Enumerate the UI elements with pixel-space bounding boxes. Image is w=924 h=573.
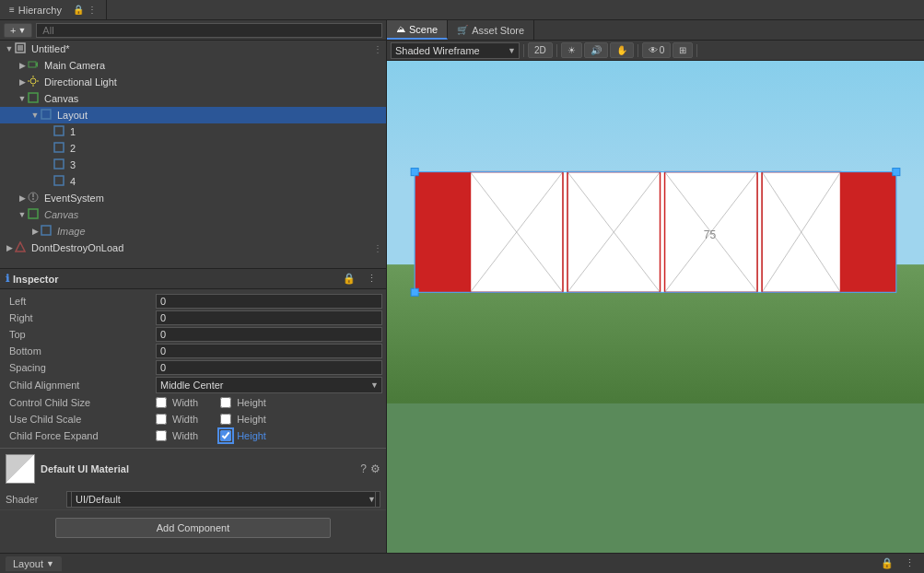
tree-item-icon <box>28 76 42 88</box>
gameobj-icon <box>53 142 64 153</box>
control-child-size-width-checkbox[interactable] <box>156 397 167 408</box>
hierarchy-dots-icon[interactable]: ⋮ <box>88 5 97 15</box>
bottom-bar: Layout ▼ 🔒 ⋮ <box>0 553 924 573</box>
tree-item-eventsystem[interactable]: ▶EventSystem <box>0 190 386 206</box>
bottom-menu-button[interactable]: ⋮ <box>901 555 918 571</box>
scene-tab-icon: ⛰ <box>396 24 405 34</box>
material-help-button[interactable]: ? <box>360 462 367 475</box>
tab-scene[interactable]: ⛰ Scene <box>387 20 448 40</box>
material-section: Default UI Material ? ⚙ <box>0 448 386 489</box>
dropdown-arrow-icon: ▼ <box>18 26 26 35</box>
use-child-scale-height-label: Height <box>237 414 266 425</box>
inspector-title-label: Inspector <box>13 274 59 285</box>
sun-icon: ☀ <box>567 45 576 55</box>
camera-icon <box>28 59 39 70</box>
left-input[interactable] <box>156 294 382 309</box>
gameobj-icon <box>53 158 64 170</box>
tab-hierarchy[interactable]: ≡ Hierarchy 🔒 ⋮ <box>0 0 107 19</box>
bottom-lock-button[interactable]: 🔒 <box>877 555 897 571</box>
tree-item-untitled[interactable]: ▼Untitled*⋮ <box>0 41 386 57</box>
material-settings-button[interactable]: ⚙ <box>370 462 380 475</box>
control-child-size-width-label: Width <box>172 397 198 408</box>
tree-expand-icon[interactable]: ▶ <box>17 77 28 87</box>
scene-audio-button[interactable]: 🔊 <box>584 42 608 58</box>
tree-item-label: Untitled* <box>31 43 70 54</box>
bottom-input[interactable] <box>156 344 382 358</box>
tree-item-obj1[interactable]: 1 <box>0 123 386 140</box>
tree-item-obj3[interactable]: 3 <box>0 157 386 173</box>
tree-expand-icon[interactable]: ▶ <box>4 243 15 252</box>
right-input[interactable] <box>156 310 382 325</box>
tree-item-canvas2[interactable]: ▼Canvas <box>0 206 386 223</box>
top-tabs-bar: ≡ Hierarchy 🔒 ⋮ <box>0 0 924 20</box>
scene-light-button[interactable]: ☀ <box>561 42 582 58</box>
bottom-row: Bottom <box>0 343 386 359</box>
child-force-expand-checkboxes: Width Height <box>156 430 382 441</box>
tree-item-label: Main Camera <box>44 60 105 71</box>
tree-item-menu-icon[interactable]: ⋮ <box>373 44 382 54</box>
material-info: Default UI Material <box>41 463 355 474</box>
hierarchy-add-button[interactable]: + ▼ <box>4 23 32 38</box>
tree-item-dontdestroy[interactable]: ▶DontDestroyOnLoad⋮ <box>0 240 386 256</box>
child-alignment-select[interactable]: Middle Center Upper Left Upper Center Up… <box>156 377 382 393</box>
tree-item-obj2[interactable]: 2 <box>0 140 386 157</box>
right-label: Right <box>4 312 156 323</box>
add-component-button[interactable]: Add Component <box>55 518 331 538</box>
tree-expand-icon[interactable]: ▼ <box>17 210 28 219</box>
shading-mode-wrapper: Shaded Wireframe Shaded Wireframe ▼ <box>391 42 520 59</box>
scene-2d-button[interactable]: 2D <box>528 42 553 58</box>
control-child-size-checkbox-group: Width Height <box>156 397 382 408</box>
child-force-expand-width-checkbox[interactable] <box>156 430 167 441</box>
shader-select[interactable]: UI/Default <box>71 491 376 508</box>
tree-item-obj4[interactable]: 4 <box>0 173 386 190</box>
tree-expand-icon[interactable]: ▼ <box>17 94 28 103</box>
shading-mode-select[interactable]: Shaded Wireframe Shaded Wireframe <box>391 42 520 59</box>
inspector-lock-button[interactable]: 🔒 <box>339 271 359 286</box>
tree-item-menu-icon[interactable]: ⋮ <box>373 243 382 253</box>
inspector-menu-button[interactable]: ⋮ <box>363 271 380 286</box>
left-panel: + ▼ ▼Untitled*⋮▶Main Camera▶Directional … <box>0 20 387 553</box>
right-value <box>156 310 382 325</box>
child-force-expand-height-checkbox[interactable] <box>220 430 231 441</box>
spacing-input[interactable] <box>156 360 382 375</box>
canvas-icon <box>28 208 39 219</box>
tree-item-layout[interactable]: ▼Layout <box>0 107 386 123</box>
hierarchy-tree: ▼Untitled*⋮▶Main Camera▶Directional Ligh… <box>0 41 386 268</box>
top-value <box>156 327 382 342</box>
hierarchy-lock-icon[interactable]: 🔒 <box>73 5 84 15</box>
hierarchy-search-input[interactable] <box>36 23 382 38</box>
use-child-scale-width-checkbox[interactable] <box>156 414 167 425</box>
audio-icon: 🔊 <box>591 45 602 55</box>
bottom-layout-tab[interactable]: Layout ▼ <box>6 556 62 571</box>
tab-asset-store[interactable]: 🛒 Asset Store <box>448 20 534 40</box>
shader-row: Shader UI/Default ▼ <box>0 489 386 509</box>
left-value <box>156 294 382 309</box>
scene-gizmo-button[interactable]: 👁 0 <box>642 42 672 58</box>
svg-point-4 <box>30 78 36 84</box>
scene-grid-button[interactable]: ⊞ <box>673 42 693 58</box>
2d-label: 2D <box>534 45 546 55</box>
child-force-expand-checkbox-group: Width Height <box>156 430 382 441</box>
tree-expand-icon[interactable]: ▶ <box>29 227 41 236</box>
scene-separator-1 <box>523 44 524 57</box>
bottom-label: Bottom <box>4 345 156 357</box>
svg-rect-13 <box>54 159 64 169</box>
tree-item-canvas[interactable]: ▼Canvas <box>0 90 386 107</box>
tree-item-image[interactable]: ▶Image <box>0 223 386 240</box>
grid-icon: ⊞ <box>679 45 686 55</box>
tree-item-directional-light[interactable]: ▶Directional Light <box>0 74 386 90</box>
use-child-scale-height-checkbox[interactable] <box>220 414 231 425</box>
scene-move-button[interactable]: ✋ <box>610 42 634 58</box>
tree-item-label: Directional Light <box>44 76 117 88</box>
tree-expand-icon[interactable]: ▶ <box>17 61 28 70</box>
control-child-size-height-checkbox[interactable] <box>220 397 231 408</box>
tree-expand-icon[interactable]: ▶ <box>17 193 28 203</box>
tree-expand-icon[interactable]: ▼ <box>4 44 15 53</box>
bottom-tab-chevron-icon: ▼ <box>46 559 54 568</box>
tree-item-main-camera[interactable]: ▶Main Camera <box>0 57 386 74</box>
tree-expand-icon[interactable]: ▼ <box>29 111 41 120</box>
top-input[interactable] <box>156 327 382 342</box>
child-force-expand-height-label: Height <box>237 430 266 441</box>
scene-toolbar: Shaded Wireframe Shaded Wireframe ▼ 2D ☀… <box>387 41 924 61</box>
tree-item-icon <box>28 192 42 205</box>
